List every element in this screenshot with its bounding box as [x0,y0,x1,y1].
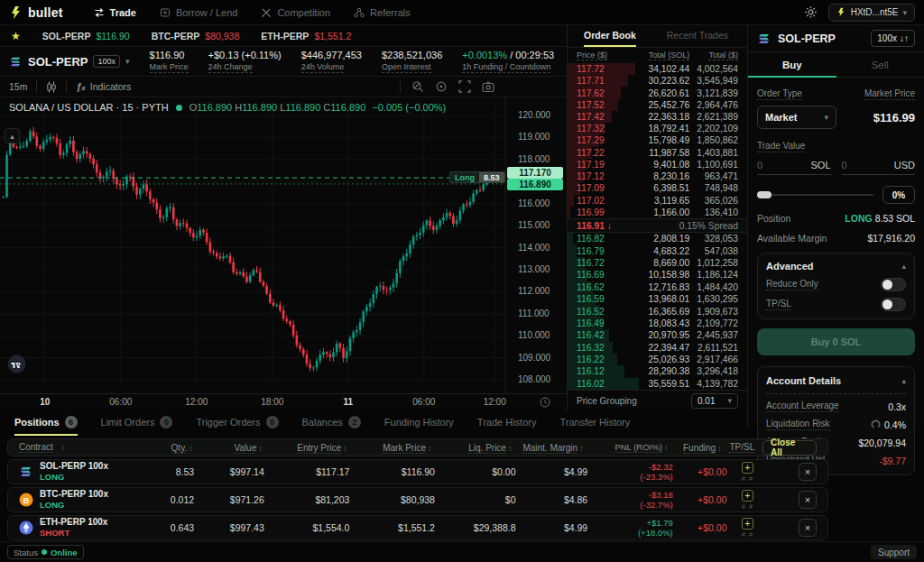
bid-row[interactable]: 116.52 16,365.69 1,909,673 [568,305,747,317]
close-position-button[interactable]: × [799,463,817,481]
tab-trade-history[interactable]: Trade History [477,417,537,435]
bid-row[interactable]: 116.22 25,026.93 2,917,466 [568,354,747,365]
tab-limit-orders[interactable]: Limit Orders0 [101,416,173,436]
favorites-star-icon[interactable]: ★ [11,30,21,42]
reduce-only-toggle[interactable] [881,278,906,291]
tpsl-toggle[interactable] [881,298,906,311]
percent-box[interactable]: 0% [882,186,915,204]
nav-item-competition[interactable]: Competition [261,7,330,18]
bid-row[interactable]: 116.32 22,394.47 2,611,521 [568,342,747,354]
column-header[interactable]: Liq. Price↕ [432,443,513,453]
column-header[interactable]: Value↕ [193,443,263,453]
collapse-icon[interactable]: ▴ [901,376,906,385]
tab-sell[interactable]: Sell [836,52,924,77]
settings-gear-icon[interactable] [804,5,818,19]
bid-row[interactable]: 116.82 2,808.19 328,053 [568,233,747,244]
ask-row[interactable]: 117.71 30,223.62 3,545,949 [568,75,747,87]
legend-ohlc: O116.890 H116.890 L116.890 C116.890 −0.0… [189,102,447,113]
nav-item-trade[interactable]: Trade [94,7,136,18]
tab-transfer-history[interactable]: Transfer History [559,417,630,435]
tab-balances[interactable]: Balances2 [302,416,361,436]
tab-funding-history[interactable]: Funding History [384,417,454,435]
target-icon[interactable] [435,80,448,93]
position-tag[interactable]: Long 8.53 [449,171,505,183]
bid-row[interactable]: 116.12 28,290.38 3,296,418 [568,365,747,377]
collapse-icon[interactable]: ▴ [901,262,906,271]
bullet-logo[interactable]: bullet [9,5,63,20]
column-header[interactable]: Contract↕ [19,442,143,453]
ask-row[interactable]: 116.99 1,166.00 136,410 [568,207,747,218]
tradingview-logo[interactable] [7,355,26,373]
chevron-down-icon: ▾ [824,113,828,122]
sort-icon: ↕ [61,443,66,452]
ask-row[interactable]: 117.09 6,398.51 748,948 [568,182,747,194]
ask-row[interactable]: 117.29 15,798.49 1,850,862 [568,134,747,146]
ask-row[interactable]: 117.52 25,452.76 2,964,476 [568,99,747,111]
ticker-btc[interactable]: BTC-PERP $80,938 [152,31,240,41]
column-header[interactable]: Mark Price↕ [347,443,432,453]
wallet-button[interactable]: HXtD...nt5E ▾ [828,4,915,22]
timezone-clock-icon[interactable] [540,397,550,408]
size-slider[interactable] [757,194,873,196]
ask-row[interactable]: 117.02 3,119.65 365,026 [568,195,747,207]
bid-row[interactable]: 116.49 18,083.43 2,109,772 [568,318,747,329]
chart-header: SOL-PERP 100x ▾ $116.90 Mark Price +$0.1… [0,47,567,77]
tab-positions[interactable]: Positions6 [14,416,78,436]
column-header[interactable]: Entry Price↕ [263,443,347,453]
nav-item-borrow-lend[interactable]: Borrow / Lend [160,7,237,18]
tab-recent-trades[interactable]: Recent Trades [667,25,728,47]
depth-bar [568,233,573,244]
interval-selector[interactable]: 15m [9,81,27,92]
leverage-button[interactable]: 100x↓↑ [871,30,915,47]
spread-row: 116.91 ↓ 0.15% Spread [568,218,747,233]
bid-row[interactable]: 116.79 4,683.22 547,038 [568,244,747,256]
bid-row[interactable]: 116.02 35,559.51 4,139,782 [568,378,747,390]
time-tick: 10 [40,397,50,407]
tpsl-label: TP/SL [766,299,791,310]
bid-row[interactable]: 116.69 10,158.98 1,186,124 [568,269,747,281]
ask-row[interactable]: 117.32 18,792.41 2,202,109 [568,123,747,134]
bid-row[interactable]: 116.62 12,716.83 1,484,420 [568,281,747,293]
bid-row[interactable]: 116.72 8,669.00 1,012,258 [568,257,747,269]
column-header[interactable]: PNL (ROI%)↕ [583,442,668,453]
slider-thumb[interactable] [757,191,772,198]
add-tpsl-button[interactable]: + [742,462,753,474]
add-tpsl-button[interactable]: + [742,490,753,502]
column-header[interactable]: Qty.↕ [143,443,192,453]
ticker-eth[interactable]: ETH-PERP $1,551.2 [261,31,351,41]
drawing-toolbar-toggle[interactable]: ▴ [5,128,20,143]
price-grouping-select[interactable]: 0.01▾ [691,393,738,409]
buy-submit-button[interactable]: Buy 0 SOL [757,328,915,355]
bid-row[interactable]: 116.42 20,970.95 2,445,937 [568,329,747,341]
usd-value-input[interactable]: 0 USD [842,160,916,175]
ask-row[interactable]: 117.62 26,620.61 3,121,839 [568,87,747,98]
ask-row[interactable]: 117.72 34,102.44 4,002,564 [568,63,747,75]
quantity-input[interactable]: 0 SOL [757,160,831,175]
candle-style-button[interactable] [46,81,57,93]
symbol-selector[interactable]: SOL-PERP 100x ▾ [9,55,130,69]
ask-row[interactable]: 117.22 11,987.58 1,403,881 [568,147,747,159]
close-all-button[interactable]: Close All [762,440,817,456]
zoom-icon[interactable] [411,80,424,93]
nav-item-referrals[interactable]: Referrals [354,7,411,18]
column-header[interactable]: Funding↕ [668,443,721,453]
order-type-select[interactable]: Market▾ [757,106,836,129]
ask-row[interactable]: 117.19 9,401.08 1,100,691 [568,159,747,170]
ask-row[interactable]: 117.12 8,230.16 963,471 [568,170,747,182]
indicators-button[interactable]: ƒx Indicators [76,81,131,92]
close-position-button[interactable]: × [799,491,817,509]
time-axis[interactable]: 1006:0012:0018:001106:0012:00 [0,393,567,410]
fullscreen-icon[interactable] [458,80,471,93]
ticker-sol[interactable]: SOL-PERP $116.90 [42,31,130,41]
tab-buy[interactable]: Buy [748,52,836,77]
bid-row[interactable]: 116.59 13,968.01 1,630,295 [568,293,747,305]
ask-row[interactable]: 117.42 22,363.18 2,621,389 [568,111,747,123]
column-header[interactable]: Maint. Margin↕ [512,443,583,453]
camera-icon[interactable] [482,80,494,93]
support-button[interactable]: Support [871,545,917,559]
close-position-button[interactable]: × [799,519,817,537]
add-tpsl-button[interactable]: + [742,518,753,530]
tab-trigger-orders[interactable]: Trigger Orders0 [196,416,278,436]
candlestick-chart[interactable] [0,97,567,393]
tab-order-book[interactable]: Order Book [584,25,636,47]
